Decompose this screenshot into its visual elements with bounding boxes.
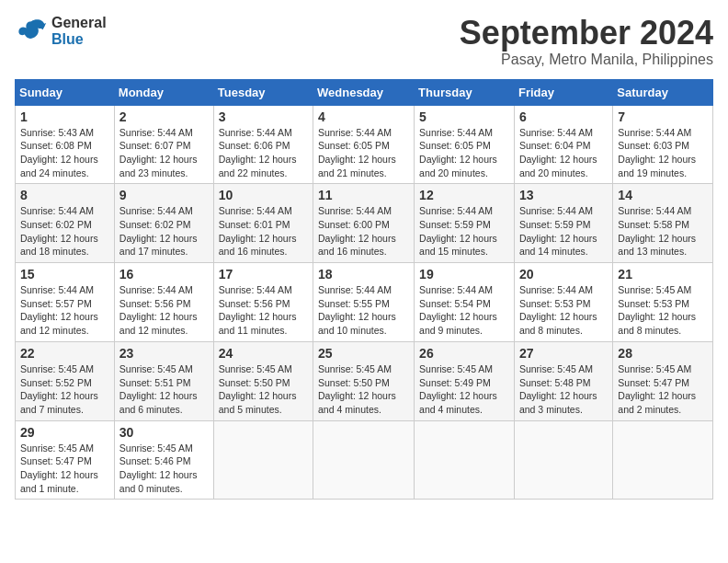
day-number: 30 — [119, 425, 209, 440]
day-info: Sunrise: 5:44 AM Sunset: 5:59 PM Dayligh… — [419, 204, 509, 259]
sunset-label: Sunset: 5:59 PM — [519, 219, 591, 230]
col-tuesday: Tuesday — [213, 79, 313, 105]
calendar-cell: 7 Sunrise: 5:44 AM Sunset: 6:03 PM Dayli… — [613, 105, 713, 184]
sunrise-label: Sunrise: 5:44 AM — [419, 205, 493, 216]
daylight-label: Daylight: 12 hours and 23 minutes. — [119, 154, 198, 178]
sunset-label: Sunset: 6:07 PM — [119, 140, 191, 151]
calendar-cell: 20 Sunrise: 5:44 AM Sunset: 5:53 PM Dayl… — [514, 263, 612, 342]
calendar-cell: 2 Sunrise: 5:44 AM Sunset: 6:07 PM Dayli… — [114, 105, 213, 184]
day-info: Sunrise: 5:45 AM Sunset: 5:47 PM Dayligh… — [618, 362, 708, 417]
sunrise-label: Sunrise: 5:44 AM — [419, 284, 493, 295]
day-number: 28 — [618, 346, 708, 361]
sunrise-label: Sunrise: 5:45 AM — [618, 284, 691, 295]
col-wednesday: Wednesday — [313, 79, 415, 105]
daylight-label: Daylight: 12 hours and 4 minutes. — [419, 390, 497, 415]
sunset-label: Sunset: 5:55 PM — [318, 298, 390, 309]
logo-bird-icon — [15, 15, 48, 48]
day-info: Sunrise: 5:45 AM Sunset: 5:46 PM Dayligh… — [119, 442, 209, 496]
sunrise-label: Sunrise: 5:45 AM — [419, 363, 493, 374]
calendar-cell: 8 Sunrise: 5:44 AM Sunset: 6:02 PM Dayli… — [16, 184, 115, 263]
daylight-label: Daylight: 12 hours and 12 minutes. — [119, 311, 198, 336]
calendar-cell: 24 Sunrise: 5:45 AM Sunset: 5:50 PM Dayl… — [213, 341, 313, 420]
day-number: 9 — [119, 188, 209, 202]
day-info: Sunrise: 5:44 AM Sunset: 5:56 PM Dayligh… — [119, 283, 209, 338]
day-info: Sunrise: 5:44 AM Sunset: 6:04 PM Dayligh… — [519, 126, 608, 180]
day-number: 26 — [419, 346, 509, 361]
page-header: General Blue September 2024 Pasay, Metro… — [15, 15, 713, 68]
sunset-label: Sunset: 5:59 PM — [419, 219, 491, 230]
calendar-cell — [313, 420, 415, 500]
sunset-label: Sunset: 5:48 PM — [519, 377, 591, 388]
calendar-cell: 25 Sunrise: 5:45 AM Sunset: 5:50 PM Dayl… — [313, 341, 415, 420]
sunrise-label: Sunrise: 5:44 AM — [20, 205, 94, 216]
day-number: 17 — [219, 267, 308, 282]
col-thursday: Thursday — [415, 79, 515, 105]
day-number: 21 — [618, 267, 708, 282]
day-info: Sunrise: 5:45 AM Sunset: 5:49 PM Dayligh… — [419, 362, 509, 417]
day-number: 18 — [318, 267, 409, 282]
sunrise-label: Sunrise: 5:45 AM — [618, 363, 691, 374]
sunrise-label: Sunrise: 5:44 AM — [219, 127, 292, 138]
daylight-label: Daylight: 12 hours and 5 minutes. — [219, 390, 297, 415]
day-number: 3 — [219, 109, 308, 124]
page-subtitle: Pasay, Metro Manila, Philippines — [460, 52, 713, 68]
calendar-table: Sunday Monday Tuesday Wednesday Thursday… — [15, 79, 713, 500]
calendar-cell: 29 Sunrise: 5:45 AM Sunset: 5:47 PM Dayl… — [16, 420, 115, 500]
calendar-row: 29 Sunrise: 5:45 AM Sunset: 5:47 PM Dayl… — [16, 420, 713, 500]
day-number: 16 — [119, 267, 209, 282]
day-info: Sunrise: 5:44 AM Sunset: 5:59 PM Dayligh… — [519, 204, 608, 259]
day-info: Sunrise: 5:44 AM Sunset: 6:02 PM Dayligh… — [119, 204, 209, 259]
sunset-label: Sunset: 6:05 PM — [419, 140, 491, 151]
sunrise-label: Sunrise: 5:44 AM — [219, 205, 292, 216]
col-monday: Monday — [114, 79, 213, 105]
calendar-row: 15 Sunrise: 5:44 AM Sunset: 5:57 PM Dayl… — [16, 263, 713, 342]
day-number: 14 — [618, 188, 708, 202]
day-info: Sunrise: 5:44 AM Sunset: 5:56 PM Dayligh… — [219, 283, 308, 338]
day-info: Sunrise: 5:44 AM Sunset: 6:03 PM Dayligh… — [618, 126, 708, 180]
title-block: September 2024 Pasay, Metro Manila, Phil… — [460, 15, 713, 68]
sunset-label: Sunset: 5:57 PM — [20, 298, 92, 309]
calendar-cell: 3 Sunrise: 5:44 AM Sunset: 6:06 PM Dayli… — [213, 105, 313, 184]
sunrise-label: Sunrise: 5:45 AM — [318, 363, 392, 374]
logo-text: General Blue — [51, 15, 107, 48]
daylight-label: Daylight: 12 hours and 3 minutes. — [519, 390, 597, 415]
day-info: Sunrise: 5:44 AM Sunset: 6:05 PM Dayligh… — [419, 126, 509, 180]
sunrise-label: Sunrise: 5:45 AM — [20, 363, 94, 374]
day-info: Sunrise: 5:45 AM Sunset: 5:52 PM Dayligh… — [20, 362, 109, 417]
sunset-label: Sunset: 5:54 PM — [419, 298, 491, 309]
sunset-label: Sunset: 5:52 PM — [20, 377, 92, 388]
sunset-label: Sunset: 6:02 PM — [20, 219, 92, 230]
daylight-label: Daylight: 12 hours and 11 minutes. — [219, 311, 297, 336]
day-number: 12 — [419, 188, 509, 202]
day-number: 7 — [618, 109, 708, 124]
daylight-label: Daylight: 12 hours and 6 minutes. — [119, 390, 198, 415]
calendar-cell — [415, 420, 515, 500]
calendar-cell: 14 Sunrise: 5:44 AM Sunset: 5:58 PM Dayl… — [613, 184, 713, 263]
day-number: 25 — [318, 346, 409, 361]
day-number: 19 — [419, 267, 509, 282]
sunset-label: Sunset: 6:06 PM — [219, 140, 290, 151]
sunrise-label: Sunrise: 5:44 AM — [119, 284, 193, 295]
sunrise-label: Sunrise: 5:44 AM — [119, 205, 193, 216]
calendar-cell — [514, 420, 612, 500]
sunset-label: Sunset: 5:51 PM — [119, 377, 191, 388]
day-info: Sunrise: 5:44 AM Sunset: 5:58 PM Dayligh… — [618, 204, 708, 259]
sunset-label: Sunset: 6:04 PM — [519, 140, 591, 151]
calendar-header-row: Sunday Monday Tuesday Wednesday Thursday… — [16, 79, 713, 105]
calendar-cell: 23 Sunrise: 5:45 AM Sunset: 5:51 PM Dayl… — [114, 341, 213, 420]
sunset-label: Sunset: 6:01 PM — [219, 219, 290, 230]
daylight-label: Daylight: 12 hours and 4 minutes. — [318, 390, 396, 415]
day-info: Sunrise: 5:43 AM Sunset: 6:08 PM Dayligh… — [20, 126, 109, 180]
sunset-label: Sunset: 5:53 PM — [618, 298, 689, 309]
daylight-label: Daylight: 12 hours and 24 minutes. — [20, 154, 98, 178]
day-number: 11 — [318, 188, 409, 202]
sunset-label: Sunset: 5:47 PM — [618, 377, 689, 388]
sunset-label: Sunset: 5:49 PM — [419, 377, 491, 388]
sunrise-label: Sunrise: 5:44 AM — [318, 127, 392, 138]
calendar-cell: 18 Sunrise: 5:44 AM Sunset: 5:55 PM Dayl… — [313, 263, 415, 342]
sunset-label: Sunset: 6:08 PM — [20, 140, 92, 151]
daylight-label: Daylight: 12 hours and 20 minutes. — [419, 154, 497, 178]
daylight-label: Daylight: 12 hours and 16 minutes. — [219, 233, 297, 258]
day-info: Sunrise: 5:45 AM Sunset: 5:50 PM Dayligh… — [318, 362, 409, 417]
calendar-cell: 10 Sunrise: 5:44 AM Sunset: 6:01 PM Dayl… — [213, 184, 313, 263]
